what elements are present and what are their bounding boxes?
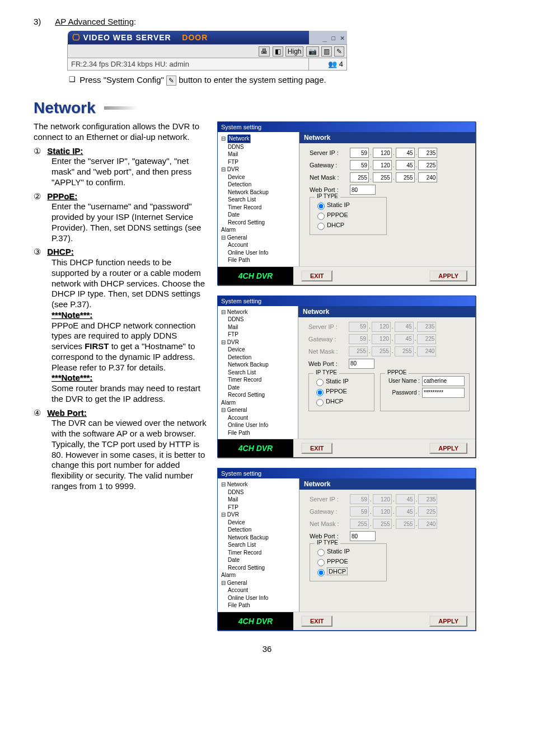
tree-detection[interactable]: Detection (221, 181, 297, 189)
tree-record-setting[interactable]: Record Setting (221, 219, 297, 227)
item-web-port: ④ Web Port: The DVR can be viewed over t… (34, 408, 207, 492)
tree-detection[interactable]: Detection (221, 354, 296, 361)
tree-record-setting[interactable]: Record Setting (221, 564, 297, 572)
tree-search-list[interactable]: Search List (221, 196, 297, 204)
tree-ftp[interactable]: FTP (221, 331, 296, 339)
tree-timer-record[interactable]: Timer Record (221, 376, 296, 384)
tree-network[interactable]: Network (227, 309, 248, 315)
tree-account[interactable]: Account (221, 414, 296, 422)
tree-device[interactable]: Device (221, 519, 297, 527)
tree-device[interactable]: Device (221, 173, 297, 181)
tree-ftp[interactable]: FTP (221, 158, 297, 166)
tree-nav[interactable]: ⊟ Network DDNS Mail FTP ⊟ DVR Device Det… (218, 478, 299, 612)
tree-nav[interactable]: ⊟ Network DDNS Mail FTP ⊟ DVR Device Det… (218, 306, 298, 439)
netmask-input[interactable]: ... (350, 172, 437, 182)
tree-record-setting[interactable]: Record Setting (221, 391, 296, 399)
tree-dvr[interactable]: DVR (227, 339, 239, 345)
radio-dhcp[interactable] (317, 569, 325, 576)
tree-general[interactable]: General (227, 407, 247, 413)
password-input[interactable] (422, 388, 465, 398)
tree-file-path[interactable]: File Path (221, 602, 297, 609)
apply-button[interactable]: APPLY (429, 443, 467, 454)
tree-ddns[interactable]: DDNS (221, 489, 297, 496)
tree-network[interactable]: Network (227, 481, 248, 487)
tree-search-list[interactable]: Search List (221, 541, 297, 549)
tree-ddns[interactable]: DDNS (221, 316, 296, 323)
tree-account[interactable]: Account (221, 241, 297, 249)
exit-button[interactable]: EXIT (301, 616, 332, 627)
system-setting-window-static: System setting ⊟ Network DDNS Mail FTP ⊟… (217, 121, 476, 285)
layout-icon[interactable]: ▥ (321, 46, 332, 57)
apply-button[interactable]: APPLY (429, 270, 467, 281)
tree-device[interactable]: Device (221, 346, 296, 354)
tree-network-backup[interactable]: Network Backup (221, 361, 296, 369)
tree-timer-record[interactable]: Timer Record (221, 204, 297, 212)
tree-account[interactable]: Account (221, 586, 297, 594)
monitor-icon: 🖵 (72, 33, 83, 42)
snapshot-icon[interactable]: 🖶 (259, 46, 270, 57)
web-port-input[interactable] (350, 531, 376, 541)
section-3-header: 3) AP Advanced Setting: (34, 17, 500, 26)
record-icon[interactable]: ◧ (273, 46, 283, 57)
exit-button[interactable]: EXIT (301, 443, 332, 454)
web-port-input[interactable] (349, 359, 374, 369)
tree-timer-record[interactable]: Timer Record (221, 549, 297, 557)
tree-network[interactable]: Network (227, 134, 251, 143)
system-setting-window-dhcp: System setting ⊟ Network DDNS Mail FTP ⊟… (217, 468, 476, 631)
panel-title: Network (299, 132, 475, 143)
tree-general[interactable]: General (227, 234, 247, 241)
item-dhcp: ③ DHCP: This DHCP function needs to be s… (34, 247, 207, 404)
camera-icon[interactable]: 📷 (306, 46, 319, 57)
radio-static-ip[interactable] (317, 203, 325, 210)
radio-static-ip[interactable] (316, 379, 324, 386)
radio-dhcp[interactable] (316, 399, 324, 406)
tree-detection[interactable]: Detection (221, 526, 297, 534)
tree-nav[interactable]: ⊟ Network DDNS Mail FTP ⊟ DVR Device Det… (218, 132, 299, 266)
tree-alarm[interactable]: Alarm (221, 226, 297, 234)
gateway-input: ... (350, 506, 437, 516)
tree-date[interactable]: Date (221, 384, 296, 392)
tree-alarm[interactable]: Alarm (221, 399, 296, 407)
item-pppoe: ② PPPoE: Enter the "username" and "passw… (34, 191, 207, 244)
radio-pppoe[interactable] (317, 213, 325, 220)
tree-alarm[interactable]: Alarm (221, 571, 297, 579)
tree-dvr[interactable]: DVR (227, 166, 239, 172)
system-config-icon[interactable]: ✎ (334, 46, 344, 57)
tree-ftp[interactable]: FTP (221, 504, 297, 511)
tree-date[interactable]: Date (221, 211, 297, 219)
tree-mail[interactable]: Mail (221, 496, 297, 504)
tree-date[interactable]: Date (221, 556, 297, 564)
tree-ddns[interactable]: DDNS (221, 143, 297, 151)
radio-pppoe[interactable] (317, 559, 325, 566)
apply-button[interactable]: APPLY (429, 616, 467, 627)
server-ip-input[interactable]: ... (350, 148, 437, 158)
status-right: 👥 4 (309, 58, 347, 71)
brand-label: 4CH DVR (218, 439, 293, 457)
window-title: System setting (218, 468, 475, 478)
label-net-mask: Net Mask : (308, 348, 349, 355)
radio-dhcp[interactable] (317, 223, 325, 230)
tree-dvr[interactable]: DVR (227, 511, 239, 518)
exit-button[interactable]: EXIT (301, 270, 332, 281)
tree-online-user-info[interactable]: Online User Info (221, 421, 296, 429)
radio-static-ip[interactable] (317, 549, 325, 556)
username-input[interactable] (422, 376, 465, 386)
gateway-input[interactable]: ... (350, 160, 437, 170)
tree-file-path[interactable]: File Path (221, 429, 296, 437)
tree-search-list[interactable]: Search List (221, 369, 296, 377)
tree-online-user-info[interactable]: Online User Info (221, 594, 297, 602)
tree-online-user-info[interactable]: Online User Info (221, 249, 297, 257)
tree-network-backup[interactable]: Network Backup (221, 189, 297, 196)
tree-network-backup[interactable]: Network Backup (221, 534, 297, 542)
window-buttons[interactable]: _ ☐ ✕ (309, 31, 347, 45)
tree-mail[interactable]: Mail (221, 323, 296, 331)
tree-mail[interactable]: Mail (221, 151, 297, 158)
note-1: PPPoE and DHCP network connection types … (51, 321, 207, 363)
section-title: AP Advanced Setting (55, 17, 134, 26)
tree-general[interactable]: General (227, 580, 247, 586)
high-quality-button[interactable]: High (285, 46, 304, 57)
web-port-input[interactable] (350, 185, 376, 195)
radio-pppoe[interactable] (316, 389, 324, 396)
status-bar: FR:2.34 fps DR:314 kbps HU: admin (68, 58, 309, 71)
tree-file-path[interactable]: File Path (221, 256, 297, 264)
